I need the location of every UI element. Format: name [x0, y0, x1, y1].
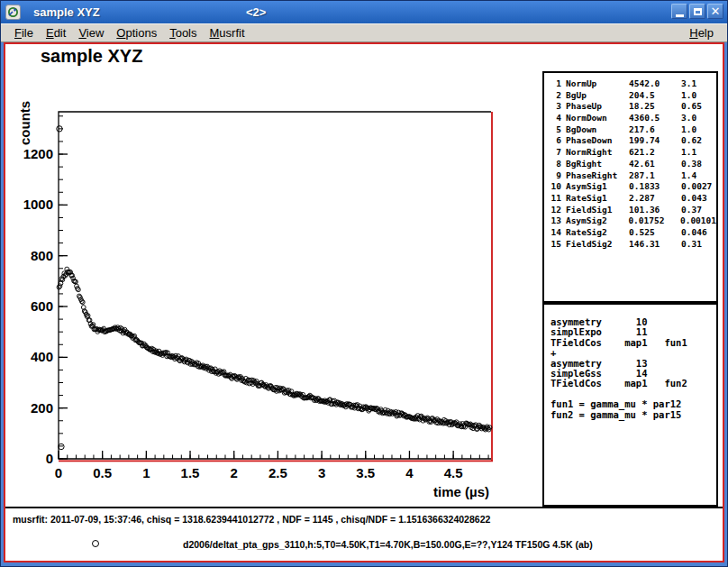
app-window: sample XYZ <2> ✕ FileEditViewOptionsTool…	[0, 0, 728, 567]
parameter-row: 9PhaseRight287.11.4	[550, 170, 716, 182]
param-name: FieldSig1	[566, 205, 629, 216]
param-value: 2.287	[629, 193, 681, 205]
theory-line: TFieldCos map1 fun1	[551, 338, 716, 348]
param-no: 10	[550, 181, 561, 193]
menubar: FileEditViewOptionsToolsMusrfit Help	[1, 23, 727, 42]
menu-right-group: Help	[683, 24, 720, 41]
titlebar[interactable]: sample XYZ <2> ✕	[1, 1, 727, 23]
svg-text:3: 3	[318, 465, 325, 480]
param-error: 0.31	[681, 239, 702, 251]
param-no: 7	[550, 147, 561, 159]
svg-text:1000: 1000	[23, 197, 53, 212]
menu-left-group: FileEditViewOptionsToolsMusrfit	[8, 24, 251, 41]
svg-text:2: 2	[231, 465, 238, 480]
window-title-suffix: <2>	[246, 5, 266, 19]
param-name: FieldSig2	[566, 239, 629, 251]
param-no: 14	[550, 227, 561, 239]
parameter-row: 6PhaseDown199.740.62	[550, 135, 716, 147]
parameter-row: 12FieldSig1101.360.37	[550, 205, 716, 216]
param-name: NormUp	[566, 78, 629, 90]
theory-line: fun2 = gamma_mu * par15	[551, 410, 716, 420]
parameter-row: 4NormDown4360.53.0	[550, 113, 716, 124]
svg-text:600: 600	[31, 298, 53, 314]
param-value: 0.525	[629, 227, 681, 239]
param-error: 0.00101	[680, 215, 716, 227]
param-value: 621.2	[629, 147, 681, 159]
menu-item-edit[interactable]: Edit	[40, 24, 72, 41]
menu-item-options[interactable]: Options	[110, 24, 163, 41]
parameter-row: 14RateSig20.5250.046	[550, 227, 716, 239]
maximize-button[interactable]	[689, 4, 705, 19]
param-value: 217.6	[629, 124, 681, 136]
param-no: 3	[550, 101, 561, 113]
app-icon	[5, 5, 21, 20]
param-error: 0.65	[681, 101, 702, 113]
param-name: BgDown	[566, 124, 629, 136]
parameter-row: 8BgRight42.610.38	[550, 159, 716, 170]
svg-text:1: 1	[142, 465, 150, 480]
theory-function-box[interactable]: asymmetry 10simplExpo 11TFieldCos map1 f…	[542, 303, 718, 507]
param-name: RateSig2	[566, 227, 629, 239]
param-name: PhaseDown	[566, 135, 629, 147]
param-no: 8	[550, 159, 561, 170]
y-axis-title: counts	[17, 101, 32, 145]
param-no: 13	[550, 215, 561, 227]
close-button[interactable]: ✕	[707, 4, 723, 19]
svg-text:0: 0	[55, 465, 62, 480]
param-no: 4	[550, 113, 561, 124]
param-no: 9	[550, 170, 561, 182]
menu-item-file[interactable]: File	[8, 24, 40, 41]
minimize-button[interactable]	[671, 4, 687, 19]
window-title: sample XYZ	[33, 5, 100, 19]
param-name: BgUp	[566, 90, 629, 102]
parameter-row: 1NormUp4542.03.1	[550, 78, 716, 90]
scatter-points	[57, 126, 492, 450]
param-name: RateSig1	[566, 193, 629, 205]
legend-marker-icon	[92, 540, 99, 547]
param-error: 3.1	[681, 78, 696, 90]
theory-line: +	[551, 348, 716, 358]
close-icon: ✕	[711, 5, 721, 17]
outlier-point	[59, 444, 64, 449]
param-name: AsymSig1	[566, 181, 629, 193]
param-value: 199.74	[629, 135, 681, 147]
fit-parameters-box[interactable]: 1NormUp4542.03.12BgUp204.51.03PhaseUp18.…	[542, 71, 718, 303]
maximize-icon	[694, 8, 702, 15]
menu-item-view[interactable]: View	[72, 24, 110, 41]
parameter-row: 3PhaseUp18.250.65	[550, 101, 716, 113]
parameter-row: 7NormRight621.21.1	[550, 147, 716, 159]
param-value: 4360.5	[629, 113, 681, 124]
y-axis: 020040060080010001200	[23, 116, 68, 466]
parameter-row: 5BgDown217.61.0	[550, 124, 716, 136]
root-logo-icon	[7, 6, 19, 18]
param-name: PhaseUp	[566, 101, 629, 113]
plot-area[interactable]: 00.511.522.533.544.5time (µs)02004006008…	[5, 44, 546, 513]
param-no: 12	[550, 205, 561, 216]
x-axis-title: time (µs)	[433, 484, 489, 499]
fit-info-text: musrfit: 2011-07-09, 15:37:46, chisq = 1…	[13, 514, 490, 525]
svg-text:200: 200	[31, 400, 53, 416]
parameter-row: 11RateSig12.2870.043	[550, 193, 716, 205]
root-canvas[interactable]: sample XYZ 00.511.522.533.544.5time (µs)…	[4, 42, 724, 562]
menu-item-tools[interactable]: Tools	[163, 24, 203, 41]
param-no: 2	[550, 90, 561, 102]
menu-item-musrfit[interactable]: Musrfit	[204, 24, 251, 41]
svg-text:2.5: 2.5	[268, 465, 287, 480]
parameter-row: 13AsymSig20.017520.00101	[550, 215, 716, 227]
param-value: 42.61	[629, 159, 681, 170]
param-no: 15	[550, 239, 561, 251]
param-name: BgRight	[566, 159, 629, 170]
param-name: NormDown	[566, 113, 629, 124]
param-no: 11	[550, 193, 561, 205]
param-name: NormRight	[566, 147, 629, 159]
svg-text:800: 800	[31, 248, 53, 263]
param-error: 1.1	[681, 147, 696, 159]
plot-frame	[59, 112, 491, 459]
param-no: 5	[550, 124, 561, 136]
svg-text:0.5: 0.5	[93, 465, 112, 480]
param-value: 101.36	[629, 205, 681, 216]
menu-item-help[interactable]: Help	[683, 24, 720, 41]
param-value: 0.01752	[628, 215, 680, 227]
info-pad-divider	[5, 507, 723, 508]
param-error: 0.043	[681, 193, 707, 205]
